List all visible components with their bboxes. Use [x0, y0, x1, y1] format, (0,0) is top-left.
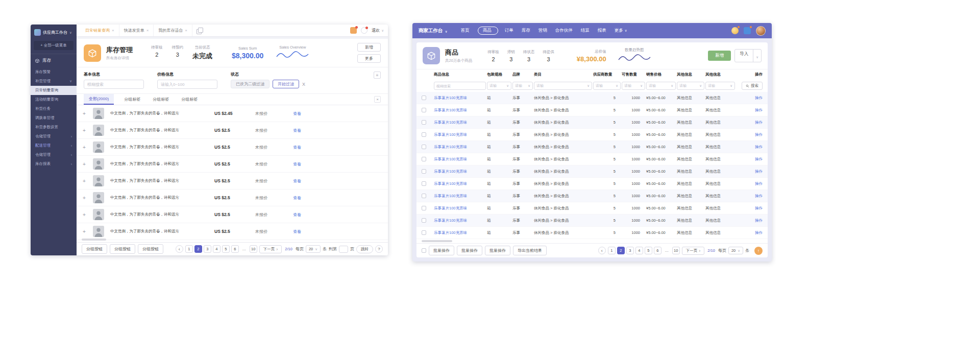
- row-checkbox[interactable]: [422, 108, 426, 112]
- group-tab[interactable]: 分组标签: [122, 94, 142, 105]
- table-row[interactable]: + 中文范例，为了那失去的青春，诗和远方 US $2.5 未报价 查看: [77, 173, 388, 189]
- column-header[interactable]: 供应商数量: [593, 72, 621, 77]
- page-number-button[interactable]: 1: [608, 247, 616, 254]
- row-action-link[interactable]: 操作: [736, 194, 763, 199]
- row-checkbox[interactable]: [422, 120, 426, 125]
- product-row[interactable]: 乐事薯片100克原味 箱 乐事 休闲食品 > 膨化食品 5 1000 ¥5.00…: [416, 202, 768, 215]
- product-name-link[interactable]: 乐事薯片100克原味: [434, 96, 486, 101]
- select-all-checkbox[interactable]: [422, 248, 426, 253]
- product-row[interactable]: 乐事薯片100克原味 箱 乐事 休闲食品 > 膨化食品 5 1000 ¥5.00…: [416, 215, 768, 227]
- per-page-select[interactable]: 20: [728, 247, 743, 254]
- sidebar-menu-item[interactable]: 配送管理 ›: [31, 141, 77, 150]
- nav-item[interactable]: 库存: [522, 28, 532, 34]
- brand-filter-select[interactable]: 请输: [512, 82, 533, 90]
- group-tab[interactable]: 分组标签: [151, 94, 171, 105]
- view-link[interactable]: 查看: [293, 212, 324, 218]
- import-dropdown-button[interactable]: [753, 50, 761, 62]
- column-header[interactable]: 其他信息: [705, 72, 735, 77]
- sidebar-menu-item[interactable]: 调拨单管理: [31, 113, 77, 123]
- nav-item[interactable]: 商品: [478, 27, 498, 35]
- view-link[interactable]: 查看: [293, 145, 324, 150]
- group-tab[interactable]: 全部(2000): [84, 94, 114, 105]
- product-row[interactable]: 乐事薯片100克原味 箱 乐事 休闲食品 > 膨化食品 5 1000 ¥5.00…: [416, 92, 768, 104]
- table-row[interactable]: + 中文范例，为了那失去的青春，诗和远方 US $2.5 未报价 查看: [77, 156, 388, 173]
- product-row[interactable]: 乐事薯片100克原味 箱 乐事 休闲食品 > 膨化食品 5 1000 ¥5.00…: [416, 129, 768, 141]
- row-action-link[interactable]: 操作: [736, 96, 763, 101]
- column-header[interactable]: 销售价格: [646, 72, 676, 77]
- search-button[interactable]: 搜索: [742, 82, 763, 90]
- supplier-count-filter-select[interactable]: 请输: [593, 82, 621, 90]
- page-number-button[interactable]: 4: [213, 245, 220, 253]
- product-row[interactable]: 乐事薯片100克原味 箱 乐事 休闲食品 > 膨化食品 5 1000 ¥5.00…: [416, 178, 768, 190]
- page-number-button[interactable]: 4: [635, 247, 643, 254]
- sidebar-menu-item[interactable]: 活动销量查询: [31, 95, 77, 104]
- close-group-tabs-icon[interactable]: [374, 96, 381, 103]
- row-checkbox[interactable]: [422, 230, 426, 235]
- row-action-link[interactable]: 操作: [736, 181, 763, 186]
- nav-item[interactable]: 订单: [505, 28, 515, 34]
- page-number-button[interactable]: 3: [204, 245, 211, 253]
- clear-filter-button[interactable]: X: [302, 82, 305, 87]
- next-page-button[interactable]: 下一页: [682, 247, 705, 255]
- fuzzy-search-input[interactable]: [84, 80, 144, 89]
- expand-row-icon[interactable]: +: [83, 195, 93, 201]
- product-row[interactable]: 乐事薯片100克原味 箱 乐事 休闲食品 > 膨化食品 5 1000 ¥5.00…: [416, 227, 768, 239]
- table-row[interactable]: + 中文范例，为了那失去的青春，诗和远方 US $2.5 未报价 查看: [77, 189, 388, 206]
- view-link[interactable]: 查看: [293, 195, 324, 201]
- table-row[interactable]: + 中文范例，为了那失去的青春，诗和远方 US $2.5 未报价 查看: [77, 206, 388, 223]
- supplier-logo[interactable]: 供应商工作台: [31, 25, 77, 39]
- sidebar-menu-item[interactable]: 库存预警: [31, 67, 77, 77]
- product-name-link[interactable]: 乐事薯片100克原味: [434, 169, 486, 174]
- product-row[interactable]: 乐事薯片100克原味 箱 乐事 休闲食品 > 膨化食品 5 1000 ¥5.00…: [416, 165, 768, 178]
- product-name-link[interactable]: 乐事薯片100克原味: [434, 145, 486, 150]
- row-checkbox[interactable]: [422, 96, 426, 100]
- page-number-button[interactable]: …: [240, 245, 248, 253]
- document-tab[interactable]: 快递发货单: [119, 25, 154, 36]
- expand-row-icon[interactable]: +: [83, 128, 93, 133]
- start-filter-button[interactable]: 开始过滤: [273, 80, 299, 88]
- document-tab[interactable]: 日常销量查询: [81, 25, 119, 36]
- row-checkbox[interactable]: [422, 145, 426, 149]
- prev-page-button[interactable]: [176, 245, 183, 253]
- product-row[interactable]: 乐事薯片100克原味 箱 乐事 休闲食品 > 膨化食品 5 1000 ¥5.00…: [416, 153, 768, 165]
- page-number-button[interactable]: 10: [250, 245, 257, 253]
- row-action-link[interactable]: 操作: [736, 108, 763, 113]
- page-number-button[interactable]: 5: [645, 247, 652, 254]
- per-page-select[interactable]: 20: [306, 245, 321, 253]
- document-tab[interactable]: 我的库存适合: [154, 25, 192, 36]
- tab-close-icon[interactable]: [146, 28, 149, 33]
- row-action-link[interactable]: 操作: [736, 145, 763, 150]
- column-header[interactable]: 类目: [534, 72, 592, 77]
- column-header[interactable]: 可售数量: [622, 72, 645, 77]
- table-row[interactable]: + 中文范例，为了那失去的青春，诗和远方 US $2.5 未报价 查看: [77, 223, 388, 240]
- group-button[interactable]: 分组按钮: [82, 244, 107, 254]
- page-number-button[interactable]: 10: [672, 247, 680, 254]
- bulk-action-button[interactable]: 导出当前结果: [513, 246, 547, 255]
- row-action-link[interactable]: 操作: [736, 218, 763, 223]
- row-action-link[interactable]: 操作: [736, 230, 763, 235]
- view-link[interactable]: 查看: [293, 128, 324, 133]
- column-header[interactable]: 其他信息: [677, 72, 704, 77]
- product-row[interactable]: 乐事薯片100克原味 箱 乐事 休闲食品 > 膨化食品 5 1000 ¥5.00…: [416, 104, 768, 116]
- horizontal-scrollbar[interactable]: [82, 239, 106, 241]
- add-button[interactable]: 新增: [357, 43, 381, 52]
- row-checkbox[interactable]: [422, 181, 426, 186]
- row-checkbox[interactable]: [422, 218, 426, 223]
- page-number-button[interactable]: 3: [626, 247, 634, 254]
- column-header[interactable]: 操作: [736, 72, 763, 77]
- sidebar-menu-item[interactable]: 补货参数设置: [31, 123, 77, 132]
- product-name-link[interactable]: 乐事薯片100克原味: [434, 181, 486, 186]
- table-row[interactable]: + 中文范例，为了那失去的青春，诗和远方 US $2.5 未报价 查看: [77, 122, 388, 139]
- page-number-button[interactable]: 2: [617, 247, 625, 254]
- product-name-link[interactable]: 乐事薯片100克原味: [434, 157, 486, 162]
- bulk-action-button[interactable]: 批量操作: [457, 246, 482, 255]
- nav-item[interactable]: 结算: [581, 28, 591, 34]
- row-checkbox[interactable]: [422, 132, 426, 137]
- column-header[interactable]: 品牌: [512, 72, 533, 77]
- view-link[interactable]: 查看: [293, 178, 324, 184]
- product-search-input[interactable]: [434, 82, 486, 90]
- prev-page-button[interactable]: [598, 247, 606, 254]
- page-number-button[interactable]: 1: [185, 245, 193, 253]
- page-number-button[interactable]: 6: [654, 247, 662, 254]
- tab-close-icon[interactable]: [185, 28, 187, 33]
